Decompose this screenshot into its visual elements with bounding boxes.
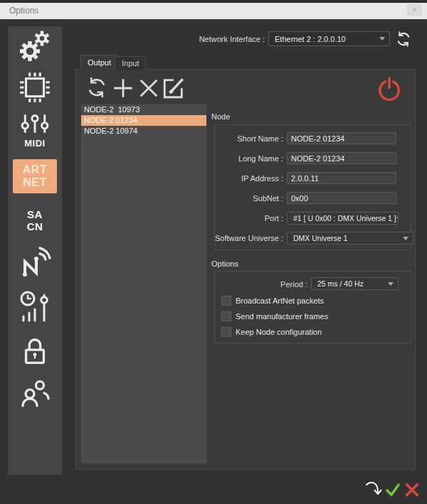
sidebar-item-general[interactable] <box>8 31 62 66</box>
period-select[interactable]: 25 ms / 40 Hz <box>311 277 399 290</box>
artnet-label-line1: ART <box>23 163 47 176</box>
options-group-title: Options <box>211 259 238 268</box>
lock-icon <box>19 336 51 371</box>
sacn-label-line1: SA <box>27 208 43 220</box>
port-select[interactable]: #1 [ U 0x00 : DMX Universe 1 ] <box>287 212 399 225</box>
chevron-down-icon <box>379 37 385 41</box>
chevron-down-icon <box>396 217 399 220</box>
sidebar: MIDI ART NET SA CN <box>8 26 62 475</box>
long-name-field[interactable] <box>287 152 396 164</box>
network-interface-select[interactable]: Ethernet 2 : 2.0.0.10 <box>268 31 390 46</box>
midi-faders-icon <box>19 113 51 137</box>
software-universe-select[interactable]: DMX Universe 1 <box>287 232 413 245</box>
ip-address-field[interactable] <box>287 172 396 184</box>
confirm-button[interactable] <box>384 481 401 501</box>
keep-node-config-label: Keep Node configuration <box>236 328 322 336</box>
sidebar-item-users[interactable] <box>8 376 62 413</box>
sidebar-item-hardware[interactable] <box>8 70 62 107</box>
chip-icon <box>17 70 53 108</box>
midi-label: MIDI <box>24 138 45 149</box>
gears-icon <box>18 30 52 67</box>
close-icon[interactable]: ✕ <box>407 4 422 16</box>
send-manufacturer-label: Send manufacturer frames <box>236 312 328 321</box>
period-value: 25 ms / 40 Hz <box>317 279 364 288</box>
x-icon <box>404 481 421 498</box>
subnet-label: SubNet : <box>178 194 283 203</box>
software-universe-value: DMX Universe 1 <box>293 234 347 242</box>
software-universe-label: Software Universe : <box>178 234 283 242</box>
edit-node-button[interactable] <box>162 76 186 100</box>
port-value: #1 [ U 0x00 : DMX Universe 1 ] <box>293 214 396 222</box>
titlebar: Options ✕ <box>0 3 427 19</box>
long-name-label: Long Name : <box>178 154 283 163</box>
send-manufacturer-checkbox[interactable] <box>221 311 231 321</box>
sidebar-item-midi[interactable]: MIDI <box>8 113 62 149</box>
power-toggle-button[interactable] <box>376 76 403 106</box>
curved-arrow-icon <box>364 479 384 499</box>
sidebar-item-artnet[interactable]: ART NET <box>13 159 57 193</box>
chevron-down-icon <box>388 282 394 286</box>
list-item-selected[interactable]: NODE-2 01234 <box>81 115 206 126</box>
list-item[interactable]: NODE-2 10973 <box>81 104 206 115</box>
keep-node-config-checkbox[interactable] <box>221 327 231 337</box>
window-title: Options <box>9 3 38 19</box>
delete-node-button[interactable] <box>137 76 161 100</box>
tab-output[interactable]: Output <box>80 55 118 70</box>
add-node-button[interactable] <box>111 76 135 100</box>
sidebar-item-security[interactable] <box>8 336 62 371</box>
chevron-down-icon <box>403 237 408 240</box>
sidebar-item-wireless[interactable] <box>8 244 62 282</box>
clock-levels-icon <box>18 289 52 326</box>
network-refresh-button[interactable] <box>395 31 412 48</box>
apply-arrow-button[interactable] <box>364 479 384 502</box>
sacn-label-line2: CN <box>27 220 43 232</box>
port-label: Port : <box>178 214 283 222</box>
short-name-field[interactable] <box>287 132 396 144</box>
cancel-button[interactable] <box>404 481 421 501</box>
artnet-label-line2: NET <box>23 176 47 189</box>
broadcast-artnet-checkbox[interactable] <box>221 296 231 306</box>
ip-address-label: IP Address : <box>178 174 283 183</box>
network-interface-label: Network Interface : <box>164 35 265 43</box>
tab-input[interactable]: Input <box>115 56 146 70</box>
rescan-nodes-button[interactable] <box>85 76 110 100</box>
wireless-n-icon <box>18 245 52 282</box>
node-group-title: Node <box>211 112 230 121</box>
sidebar-item-sacn[interactable]: SA CN <box>8 203 62 238</box>
users-icon <box>18 376 52 413</box>
network-interface-value: Ethernet 2 : 2.0.0.10 <box>275 35 346 43</box>
broadcast-artnet-label: Broadcast ArtNet packets <box>236 296 324 305</box>
period-label: Period : <box>214 280 307 289</box>
checkmark-icon <box>384 481 401 498</box>
sidebar-item-timing[interactable] <box>8 288 62 328</box>
short-name-label: Short Name : <box>178 134 283 143</box>
subnet-field[interactable] <box>287 192 396 204</box>
